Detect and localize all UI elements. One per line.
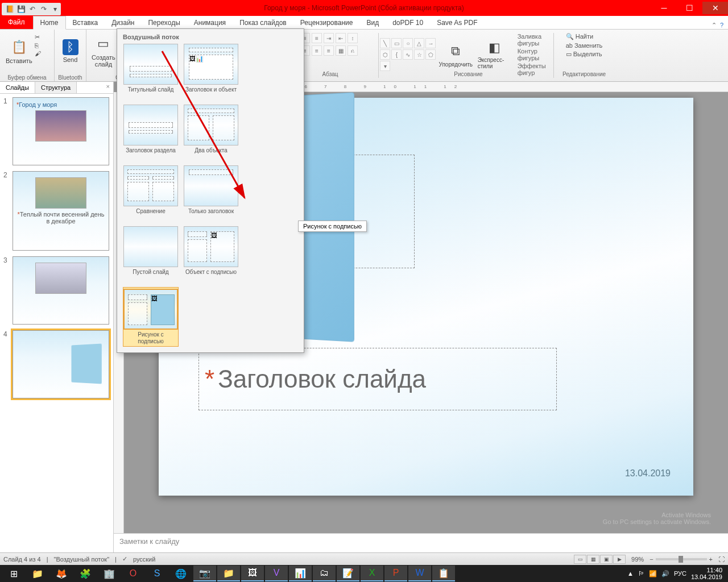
tab-home[interactable]: Home: [33, 16, 66, 30]
tab-dopdf[interactable]: doPDF 10: [386, 16, 430, 29]
tab-view[interactable]: Вид: [359, 16, 386, 29]
paste-button[interactable]: 📋Вставить: [3, 31, 35, 71]
format-painter-icon[interactable]: 🖌: [35, 50, 41, 57]
shape-fill-button[interactable]: Заливка фигуры: [518, 33, 557, 47]
thumbnail-2[interactable]: *Теплый почти весенний день в декабре: [13, 171, 109, 251]
cut-icon[interactable]: ✂: [35, 34, 41, 41]
notes-pane[interactable]: Заметки к слайду: [114, 533, 728, 552]
tab-animations[interactable]: Анимация: [187, 16, 233, 29]
layout-option-picture-caption[interactable]: 🖼Рисунок с подписью: [123, 287, 179, 347]
taskbar-app-3[interactable]: 🖼: [241, 566, 264, 581]
tab-slideshow[interactable]: Показ слайдов: [233, 16, 293, 29]
layout-option-blank[interactable]: Пустой слайд: [123, 226, 179, 282]
ribbon-minimize-icon[interactable]: ⌃: [712, 22, 717, 29]
taskbar-powerpoint[interactable]: P: [384, 566, 407, 581]
help-icon[interactable]: ?: [720, 22, 723, 29]
layout-option-two-content[interactable]: Два объекта: [183, 105, 239, 161]
fit-window-button[interactable]: ⛶: [718, 556, 725, 563]
skype-icon[interactable]: S: [146, 566, 168, 581]
group-bluetooth: Bluetooth: [55, 74, 86, 81]
arrange-icon: ⧉: [446, 42, 465, 60]
layout-tooltip: Рисунок с подписью: [298, 221, 367, 232]
tab-review[interactable]: Рецензирование: [293, 16, 360, 29]
taskbar-app-6[interactable]: 📋: [432, 566, 455, 581]
group-drawing: Рисование: [383, 71, 553, 77]
qat-more-icon[interactable]: ▾: [49, 3, 61, 15]
taskbar-app-2[interactable]: 📁: [217, 566, 240, 581]
status-language[interactable]: русский: [133, 556, 155, 563]
system-tray[interactable]: ▲ 🏳 📶 🔊 РУС 11:40 13.04.2019: [627, 567, 726, 580]
taskbar-viber[interactable]: V: [265, 566, 288, 581]
tab-insert[interactable]: Вставка: [66, 16, 105, 29]
maximize-button[interactable]: ☐: [677, 2, 702, 14]
spellcheck-icon[interactable]: ✓: [122, 555, 127, 563]
tray-up-icon[interactable]: ▲: [627, 570, 634, 577]
select-button[interactable]: ▭ Выделить: [566, 51, 603, 58]
taskbar-word[interactable]: W: [408, 566, 431, 581]
app-icon-2[interactable]: 🏢: [98, 566, 121, 581]
save-icon[interactable]: 💾: [15, 3, 27, 15]
explorer-icon[interactable]: 📁: [26, 566, 49, 581]
layout-option-title-slide[interactable]: Титульный слайд: [123, 44, 179, 100]
thumbnail-1[interactable]: *Город у моря: [13, 97, 109, 165]
group-editing: Редактирование: [559, 71, 610, 77]
quick-access-toolbar: 📙 💾 ↶ ↷ ▾: [2, 3, 61, 15]
tab-savepdf[interactable]: Save As PDF: [430, 16, 484, 29]
close-button[interactable]: ✕: [702, 2, 728, 14]
replace-button[interactable]: ab Заменить: [566, 42, 603, 49]
taskbar-excel[interactable]: X: [361, 566, 383, 581]
sorter-view-button[interactable]: ▦: [587, 555, 599, 564]
layout-option-section-header[interactable]: Заголовок раздела: [123, 105, 179, 161]
taskbar-app-5[interactable]: 🗂: [313, 566, 336, 581]
tab-slides-panel[interactable]: Слайды: [0, 82, 35, 93]
taskbar-notepad[interactable]: 📝: [337, 566, 359, 581]
app-icon[interactable]: 📙: [4, 3, 15, 15]
tray-date[interactable]: 13.04.2019: [691, 573, 722, 580]
layout-option-comparison[interactable]: Сравнение: [123, 165, 179, 222]
tray-flag-icon[interactable]: 🏳: [638, 570, 644, 577]
tray-language[interactable]: РУС: [674, 570, 686, 577]
title-bar: 📙 💾 ↶ ↷ ▾ Город у моря - Microsoft Power…: [0, 0, 728, 16]
activation-watermark: Activate WindowsGo to PC settings to act…: [603, 512, 711, 525]
tab-transitions[interactable]: Переходы: [141, 16, 187, 29]
redo-icon[interactable]: ↷: [38, 3, 49, 15]
reading-view-button[interactable]: ▣: [600, 555, 613, 564]
opera-icon[interactable]: O: [122, 566, 144, 581]
copy-icon[interactable]: ⎘: [35, 42, 41, 49]
firefox-icon[interactable]: 🦊: [50, 566, 73, 581]
normal-view-button[interactable]: ▭: [574, 555, 586, 564]
slide-panel: Слайды Структура × 1 *Город у моря 2 *Те…: [0, 82, 114, 552]
taskbar-app-1[interactable]: 📷: [193, 566, 216, 581]
send-button[interactable]: ᛒSend: [58, 31, 82, 71]
chrome-icon[interactable]: 🌐: [169, 566, 192, 581]
status-theme: "Воздушный поток": [54, 556, 110, 563]
new-slide-button[interactable]: ▭Создать слайд: [90, 31, 117, 71]
undo-icon[interactable]: ↶: [27, 3, 38, 15]
gallery-theme-label: Воздушный поток: [121, 32, 300, 41]
quick-styles-button[interactable]: ◧Экспресс-стили: [475, 39, 514, 70]
start-button[interactable]: ⊞: [2, 566, 25, 581]
arrange-button[interactable]: ⧉Упорядочить: [440, 39, 472, 70]
panel-close-icon[interactable]: ×: [103, 82, 113, 93]
thumbnail-4[interactable]: [13, 330, 109, 398]
zoom-slider[interactable]: −+: [650, 556, 713, 563]
taskbar-app-4[interactable]: 📊: [289, 566, 312, 581]
tray-volume-icon[interactable]: 🔊: [661, 570, 669, 577]
layout-option-title-only[interactable]: Только заголовок: [183, 165, 239, 222]
tab-file[interactable]: Файл: [0, 15, 33, 29]
tab-outline-panel[interactable]: Структура: [35, 82, 77, 93]
minimize-button[interactable]: ─: [651, 2, 677, 14]
tray-time[interactable]: 11:40: [691, 567, 722, 573]
thumbnail-3[interactable]: [13, 256, 109, 325]
layout-option-content-caption[interactable]: 🖼Объект с подписью: [183, 226, 239, 282]
tray-network-icon[interactable]: 📶: [649, 570, 657, 577]
tab-design[interactable]: Дизайн: [105, 16, 141, 29]
slideshow-view-button[interactable]: ▶: [613, 555, 626, 564]
zoom-level[interactable]: 99%: [631, 556, 644, 563]
find-button[interactable]: 🔍 Найти: [566, 33, 603, 40]
title-placeholder[interactable]: *Заголовок слайда: [198, 348, 557, 410]
styles-icon: ◧: [486, 40, 504, 56]
shape-outline-button[interactable]: Контур фигуры: [518, 48, 557, 61]
layout-option-title-content[interactable]: 🖼📊Заголовок и объект: [183, 44, 239, 100]
app-icon-1[interactable]: 🧩: [74, 566, 97, 581]
